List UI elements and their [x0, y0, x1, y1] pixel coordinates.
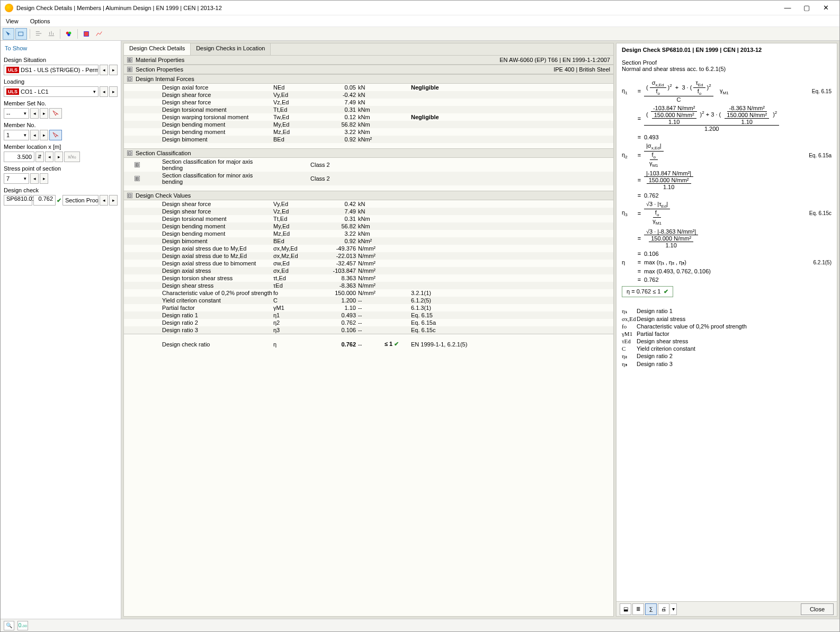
rp-desc: Normal and shear stress acc. to 6.2.1(5): [622, 66, 832, 72]
tabs: Design Check Details Design Checks in Lo…: [124, 43, 613, 55]
next-button[interactable]: ▸: [109, 86, 118, 97]
member-set-combo[interactable]: --▾: [4, 108, 29, 119]
titlebar: Design Check Details | Members | Aluminu…: [1, 1, 839, 15]
group-value: EN AW-6060 (EP) T66 | EN 1999-1-1:2007: [499, 57, 610, 63]
prev-button[interactable]: ◂: [30, 108, 39, 119]
prev-button[interactable]: ◂: [100, 195, 108, 206]
table-row: Design bimomentBEd0.92kNm²: [124, 237, 613, 245]
table-row: Design ratio 1η10.493--Eq. 6.15: [124, 311, 613, 319]
minimize-button[interactable]: —: [778, 2, 797, 14]
table-row: Design shear forceVz,Ed7.49kN: [124, 99, 613, 106]
tool-align-bottom-icon[interactable]: [46, 28, 57, 40]
next-button[interactable]: ▸: [40, 173, 48, 184]
tab-design-checks-in-location[interactable]: Design Checks in Location: [191, 43, 271, 55]
loading-combo[interactable]: ULS CO1 - LC1▾: [4, 86, 99, 97]
table-row: Design bending momentMy,Ed56.82kNm: [124, 121, 613, 128]
stress-point-combo[interactable]: 7▾: [4, 173, 29, 184]
table-row: Design torsion shear stressτt,Ed8.363N/m…: [124, 274, 613, 282]
xx0-button[interactable]: x/x₀: [64, 152, 80, 162]
prev-button[interactable]: ◂: [45, 152, 53, 162]
expand-icon[interactable]: ⊟: [127, 150, 132, 156]
close-window-button[interactable]: ✕: [816, 2, 835, 14]
tool-colors-icon[interactable]: [63, 28, 75, 40]
rp-tool-list-icon[interactable]: ≣: [632, 603, 644, 615]
table-row: Characteristic value of 0,2% proof stren…: [124, 289, 613, 297]
tab-design-check-details[interactable]: Design Check Details: [124, 43, 191, 56]
group-label: Section Classification: [136, 150, 191, 156]
expand-icon[interactable]: ⊞: [135, 176, 140, 181]
expand-icon[interactable]: ⊟: [127, 76, 132, 82]
maximize-button[interactable]: ▢: [797, 2, 816, 14]
svg-point-3: [67, 33, 70, 36]
prev-button[interactable]: ◂: [100, 65, 108, 75]
tool-align-left-icon[interactable]: [33, 28, 44, 40]
status-search-icon[interactable]: 🔍: [4, 621, 14, 630]
member-location-input[interactable]: [4, 152, 34, 162]
tool-graph-icon[interactable]: [93, 28, 105, 40]
middle-panel: Design Check Details Design Checks in Lo…: [123, 43, 614, 617]
tool-select-icon[interactable]: [3, 28, 14, 40]
design-situation-label: Design Situation: [4, 57, 118, 63]
rp-tool-1-icon[interactable]: ⬓: [620, 603, 631, 615]
design-situation-combo[interactable]: ULS DS1 - ULS (STR/GEO) - Perman...▾: [4, 65, 99, 75]
expand-icon[interactable]: ⊞: [127, 67, 132, 72]
group-label: Section Properties: [136, 66, 183, 73]
next-button[interactable]: ▸: [40, 130, 48, 140]
final-ratio-row: Design check ratioη0.762--≤ 1 ✔EN 1999-1…: [124, 340, 613, 348]
expand-icon[interactable]: ⊞: [135, 162, 140, 167]
stepper-up-down[interactable]: ⇵: [35, 152, 44, 162]
right-panel: Design Check SP6810.01 | EN 1999 | CEN |…: [616, 43, 837, 617]
table-row: Design bending momentMy,Ed56.82kNm: [124, 222, 613, 230]
legend-row: γM1Partial factor: [622, 331, 832, 337]
next-button[interactable]: ▸: [109, 195, 118, 206]
legend-row: foCharacteristic value of 0,2% proof str…: [622, 323, 832, 330]
prev-button[interactable]: ◂: [30, 173, 39, 184]
tool-rectangle-icon[interactable]: [15, 28, 27, 40]
tree-grid: ⊞Material PropertiesEN AW-6060 (EP) T66 …: [124, 55, 613, 616]
table-row: ⊞Section classification for major axis b…: [124, 158, 613, 172]
pick-member-icon[interactable]: [49, 130, 62, 140]
group-value: IPE 400 | British Steel: [553, 66, 610, 73]
app-icon: [5, 4, 13, 12]
prev-button[interactable]: ◂: [30, 130, 39, 140]
design-check-label: Design check: [4, 187, 118, 193]
formulas: η1= ( σx,Edfo )2 + 3 · ( τEdfo )2C γM1 E…: [622, 79, 832, 297]
pick-icon[interactable]: [49, 108, 62, 119]
rp-subtitle: Section Proof: [622, 59, 832, 66]
dc-name-combo[interactable]: Section Proof...▾: [62, 195, 99, 206]
table-row: ⊞Section classification for minor axis b…: [124, 172, 613, 185]
prev-button[interactable]: ◂: [100, 86, 108, 97]
menubar: View Options: [1, 15, 839, 27]
menu-view[interactable]: View: [4, 17, 21, 25]
legend-row: η₃Design ratio 3: [622, 361, 832, 368]
legend-row: η₁Design ratio 1: [622, 308, 832, 315]
rp-tool-print-icon[interactable]: 🖨: [658, 603, 669, 615]
close-button[interactable]: Close: [801, 603, 834, 615]
tool-shape-icon[interactable]: [81, 28, 92, 40]
status-decimal-icon[interactable]: 0.₀₀: [17, 621, 28, 630]
left-panel: To Show Design Situation ULS DS1 - ULS (…: [1, 41, 121, 619]
next-button[interactable]: ▸: [109, 65, 118, 75]
table-row: Design axial stressσx,Ed-103.847N/mm²: [124, 267, 613, 274]
rp-title: Design Check SP6810.01 | EN 1999 | CEN |…: [616, 43, 837, 56]
table-row: Design axial stress due to Mz,Edσx,Mz,Ed…: [124, 252, 613, 260]
menu-options[interactable]: Options: [28, 17, 52, 25]
expand-icon[interactable]: ⊟: [127, 193, 132, 198]
table-row: Design ratio 2η20.762--Eq. 6.15a: [124, 319, 613, 326]
svg-rect-4: [84, 31, 89, 36]
table-row: Design shear stressτEd-8.363N/mm²: [124, 282, 613, 289]
rp-tool-formula-icon[interactable]: ∑: [645, 603, 657, 615]
loading-label: Loading: [4, 78, 118, 85]
expand-icon[interactable]: ⊞: [127, 57, 132, 63]
dc-ratio-field: 0.762: [33, 195, 56, 206]
rp-tool-dropdown-icon[interactable]: ▾: [671, 603, 677, 615]
member-no-combo[interactable]: 1▾: [4, 130, 29, 140]
table-row: Design shear forceVy,Ed0.42kN: [124, 200, 613, 208]
next-button[interactable]: ▸: [40, 108, 48, 119]
toolbar: [1, 27, 839, 41]
table-row: Design axial stress due to bimomentσw,Ed…: [124, 260, 613, 267]
to-show-header: To Show: [4, 43, 118, 54]
window-title: Design Check Details | Members | Aluminu…: [16, 5, 778, 11]
next-button[interactable]: ▸: [55, 152, 63, 162]
table-row: Design shear forceVz,Ed7.49kN: [124, 208, 613, 215]
